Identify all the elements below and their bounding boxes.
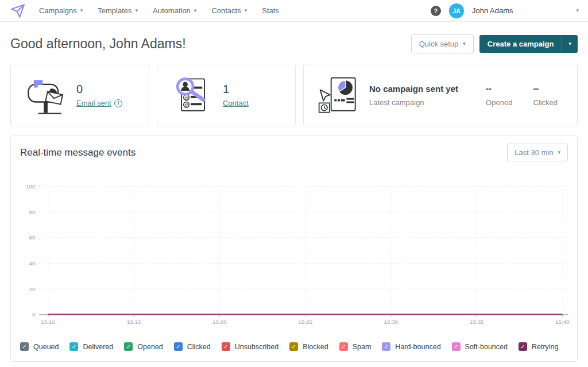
- chart-title: Real-time message events: [20, 147, 136, 159]
- legend-item-queued[interactable]: ✓ Queued: [20, 342, 59, 351]
- realtime-events-card: Real-time message events Last 30 min ▾ 0…: [10, 136, 578, 362]
- legend-label: Blocked: [303, 343, 328, 351]
- brand-logo-icon[interactable]: [9, 2, 26, 20]
- legend-label: Clicked: [187, 343, 211, 351]
- clicked-value: --: [533, 83, 558, 93]
- contacts-value: 1: [223, 83, 249, 96]
- chart-legend: ✓ Queued ✓ Delivered ✓ Opened ✓ Clicked …: [11, 331, 577, 351]
- legend-label: Spam: [353, 343, 372, 351]
- chevron-down-icon: ▾: [245, 8, 247, 13]
- legend-label: Opened: [137, 343, 163, 351]
- svg-text:15:40: 15:40: [555, 319, 570, 325]
- user-name[interactable]: John Adams: [472, 6, 513, 15]
- info-icon[interactable]: i: [114, 99, 122, 107]
- svg-text:15:15: 15:15: [127, 319, 141, 325]
- legend-item-retrying[interactable]: ✓ Retrying: [519, 342, 559, 351]
- nav-item-campaigns[interactable]: Campaigns ▾: [39, 6, 83, 15]
- checkbox-checked-icon[interactable]: ✓: [222, 342, 230, 351]
- nav-item-label: Campaigns: [39, 6, 77, 15]
- time-range-select[interactable]: Last 30 min ▾: [507, 144, 568, 161]
- svg-text:15:30: 15:30: [384, 319, 399, 325]
- svg-text:15:10: 15:10: [41, 319, 56, 325]
- checkbox-checked-icon[interactable]: ✓: [452, 342, 461, 351]
- checkbox-checked-icon[interactable]: ✓: [339, 342, 348, 351]
- legend-item-soft-bounced[interactable]: ✓ Soft-bounced: [452, 342, 508, 351]
- page-title: Good afternoon, John Adams!: [10, 36, 186, 52]
- nav-item-automation[interactable]: Automation ▾: [153, 6, 196, 15]
- legend-label: Hard-bounced: [395, 343, 440, 351]
- create-campaign-split-button: Create a campaign ▾: [479, 35, 578, 53]
- latest-campaign-card: No campaign sent yet Latest campaign -- …: [303, 64, 578, 126]
- svg-text:@: @: [184, 103, 188, 107]
- opened-metric: -- Opened: [486, 83, 512, 107]
- svg-text:15:25: 15:25: [298, 319, 312, 325]
- page-header: Good afternoon, John Adams! Quick setup …: [10, 34, 578, 53]
- checkbox-checked-icon[interactable]: ✓: [519, 342, 527, 351]
- nav-right: ? JA John Adams ▾: [431, 3, 579, 18]
- chevron-down-icon: ▾: [568, 41, 571, 47]
- mailbox-illustration-icon: [21, 72, 72, 118]
- email-sent-value: 0: [76, 83, 122, 96]
- legend-item-blocked[interactable]: ✓ Blocked: [289, 342, 328, 351]
- header-actions: Quick setup ▾ Create a campaign ▾: [411, 34, 578, 53]
- campaign-metrics: -- Opened -- Clicked: [486, 83, 567, 107]
- checkbox-checked-icon[interactable]: ✓: [124, 342, 133, 351]
- nav-item-label: Templates: [98, 6, 131, 15]
- nav-item-templates[interactable]: Templates ▾: [98, 6, 138, 15]
- checkbox-checked-icon[interactable]: ✓: [289, 342, 298, 351]
- nav-menu: Campaigns ▾ Templates ▾ Automation ▾ Con…: [39, 6, 279, 15]
- user-menu-chevron-icon[interactable]: ▾: [576, 8, 579, 13]
- create-campaign-button[interactable]: Create a campaign: [479, 35, 562, 53]
- chevron-down-icon: ▾: [80, 8, 83, 13]
- avatar[interactable]: JA: [449, 3, 464, 18]
- svg-text:80: 80: [29, 209, 35, 215]
- legend-item-unsubscribed[interactable]: ✓ Unsubscribed: [222, 342, 278, 351]
- svg-text:60: 60: [29, 234, 35, 241]
- chart-area: 02040608010015:1015:1515:2015:2515:3015:…: [11, 169, 577, 331]
- contact-search-illustration-icon: @ @: [168, 72, 218, 118]
- nav-item-stats[interactable]: Stats: [262, 6, 279, 15]
- legend-label: Delivered: [83, 343, 113, 351]
- opened-value: --: [486, 83, 512, 93]
- contacts-link[interactable]: Contact: [223, 99, 249, 107]
- opened-label: Opened: [486, 98, 512, 107]
- legend-label: Retrying: [532, 343, 559, 351]
- legend-item-hard-bounced[interactable]: ✓ Hard-bounced: [382, 342, 440, 351]
- contacts-card: @ @ 1 Contact: [157, 64, 296, 126]
- checkbox-checked-icon[interactable]: ✓: [20, 342, 29, 351]
- realtime-chart: 02040608010015:1015:1515:2015:2515:3015:…: [17, 177, 571, 331]
- legend-label: Soft-bounced: [465, 343, 508, 351]
- top-navbar: Campaigns ▾ Templates ▾ Automation ▾ Con…: [0, 0, 588, 22]
- clicked-label: Clicked: [533, 98, 558, 107]
- campaign-report-illustration-icon: [314, 72, 365, 118]
- help-icon[interactable]: ?: [431, 6, 441, 16]
- legend-item-opened[interactable]: ✓ Opened: [124, 342, 163, 351]
- latest-campaign-subtitle: Latest campaign: [369, 98, 458, 107]
- create-campaign-dropdown-button[interactable]: ▾: [562, 35, 578, 53]
- main-content: Good afternoon, John Adams! Quick setup …: [0, 34, 588, 362]
- nav-item-label: Stats: [262, 6, 279, 15]
- email-sent-link[interactable]: Email sent: [76, 99, 111, 107]
- checkbox-checked-icon[interactable]: ✓: [69, 342, 78, 351]
- quick-setup-button[interactable]: Quick setup ▾: [411, 34, 474, 53]
- legend-item-delivered[interactable]: ✓ Delivered: [69, 342, 113, 351]
- svg-text:15:20: 15:20: [212, 319, 227, 325]
- legend-item-clicked[interactable]: ✓ Clicked: [174, 342, 211, 351]
- stats-cards-row: 0 Email sent i @ @: [10, 64, 578, 126]
- quick-setup-label: Quick setup: [419, 40, 459, 48]
- legend-item-spam[interactable]: ✓ Spam: [339, 342, 372, 351]
- svg-text:40: 40: [29, 260, 35, 266]
- checkbox-checked-icon[interactable]: ✓: [382, 342, 390, 351]
- latest-campaign-title: No campaign sent yet: [369, 84, 458, 94]
- svg-text:0: 0: [32, 311, 36, 318]
- clicked-metric: -- Clicked: [533, 83, 558, 107]
- chevron-down-icon: ▾: [194, 8, 197, 13]
- legend-label: Unsubscribed: [235, 343, 278, 351]
- nav-item-contacts[interactable]: Contacts ▾: [211, 6, 247, 15]
- legend-label: Queued: [33, 343, 59, 351]
- chevron-down-icon: ▾: [463, 41, 466, 47]
- svg-text:100: 100: [26, 183, 36, 190]
- chart-header: Real-time message events Last 30 min ▾: [11, 136, 577, 169]
- checkbox-checked-icon[interactable]: ✓: [174, 342, 183, 351]
- nav-item-label: Contacts: [211, 6, 241, 15]
